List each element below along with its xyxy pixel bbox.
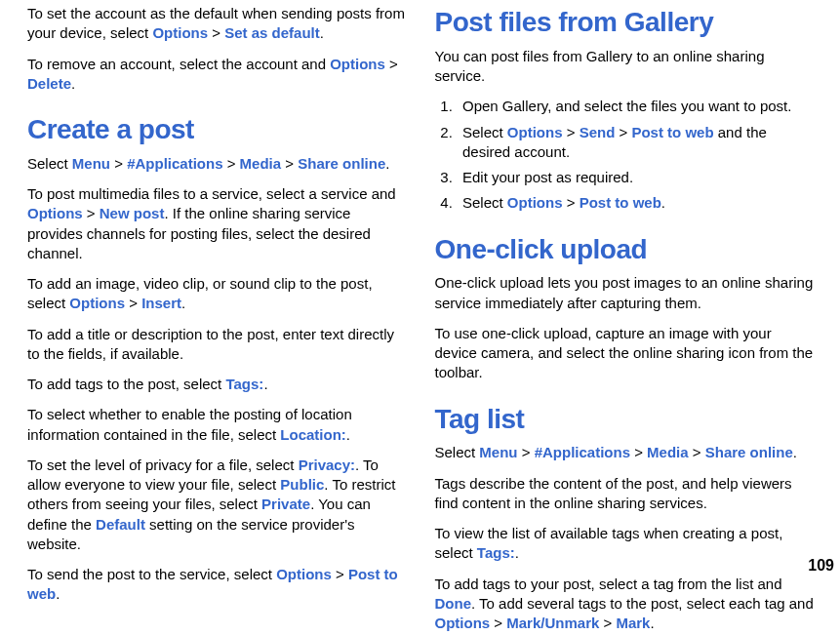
text: To add tags to the post, select: [27, 376, 225, 392]
keyword-public: Public: [280, 476, 324, 493]
text: .: [650, 615, 654, 631]
keyword-privacy: Privacy:: [299, 456, 355, 473]
text: . To add several tags to the post, selec…: [471, 595, 814, 612]
sep: >: [332, 566, 348, 582]
list-item: Open Gallery, and select the files you w…: [457, 97, 817, 116]
keyword-options: Options: [27, 205, 83, 221]
keyword-tags: Tags:: [477, 544, 515, 561]
keyword-tags: Tags:: [225, 376, 263, 392]
sep: >: [281, 155, 298, 172]
keyword-insert: Insert: [141, 295, 181, 311]
text: Select: [462, 124, 507, 140]
para-one-click-intro: One-click upload lets you post images to…: [435, 273, 818, 313]
sep: >: [518, 444, 535, 460]
sep: >: [125, 295, 141, 311]
heading-tag-list: Tag list: [435, 401, 818, 438]
text: .: [320, 24, 324, 41]
para-send-post: To send the post to the service, select …: [27, 565, 410, 605]
sep: >: [563, 194, 580, 211]
para-remove-account: To remove an account, select the account…: [27, 55, 410, 95]
text: Select: [462, 194, 507, 211]
para-add-media: To add an image, video clip, or sound cl…: [27, 274, 410, 314]
page-number: 109: [808, 555, 834, 576]
text: .: [181, 295, 185, 311]
para-add-title: To add a title or description to the pos…: [27, 325, 410, 365]
para-tags-describe: Tags describe the content of the post, a…: [435, 474, 818, 514]
para-add-tags: To add tags to the post, select Tags:.: [27, 375, 410, 394]
text: To set the level of privacy for a file, …: [27, 456, 299, 473]
text: .: [661, 194, 665, 211]
list-item: Select Options > Post to web.: [457, 193, 817, 213]
para-gallery-intro: You can post files from Gallery to an on…: [435, 47, 818, 87]
keyword-share-online: Share online: [298, 155, 385, 172]
keyword-options: Options: [435, 615, 491, 631]
keyword-media: Media: [647, 444, 689, 460]
keyword-options: Options: [69, 295, 125, 311]
keyword-mark-unmark: Mark/Unmark: [506, 615, 599, 631]
heading-post-from-gallery: Post files from Gallery: [435, 4, 818, 41]
keyword-new-post: New post: [100, 205, 165, 221]
sep: >: [615, 124, 631, 140]
text: .: [515, 544, 519, 561]
gallery-steps: Open Gallery, and select the files you w…: [435, 97, 818, 213]
text: .: [385, 155, 389, 172]
keyword-post-to-web: Post to web: [631, 124, 713, 140]
text: .: [263, 376, 267, 392]
left-column: To set the account as the default when s…: [27, 4, 410, 631]
keyword-options: Options: [276, 566, 332, 582]
heading-create-a-post: Create a post: [27, 111, 410, 148]
keyword-menu: Menu: [72, 155, 110, 172]
right-column: Post files from Gallery You can post fil…: [435, 4, 818, 631]
keyword-send: Send: [580, 124, 616, 140]
sep: >: [599, 615, 616, 631]
keyword-applications: #Applications: [127, 155, 222, 172]
keyword-media: Media: [240, 155, 282, 172]
sep: >: [630, 444, 647, 460]
keyword-post-to-web: Post to web: [580, 194, 661, 211]
text: .: [56, 585, 60, 602]
keyword-options: Options: [152, 24, 208, 41]
keyword-location: Location:: [280, 426, 346, 443]
page-columns: To set the account as the default when s…: [27, 4, 817, 631]
text: Select: [435, 444, 480, 460]
keyword-set-as-default: Set as default: [224, 24, 320, 41]
list-item: Edit your post as required.: [457, 168, 817, 187]
text: .: [71, 75, 75, 92]
list-item: Select Options > Send > Post to web and …: [457, 123, 817, 163]
sep: >: [208, 24, 224, 41]
keyword-applications: #Applications: [535, 444, 630, 460]
sep: >: [110, 155, 127, 172]
para-post-multimedia: To post multimedia files to a service, s…: [27, 184, 410, 263]
sep: >: [689, 444, 705, 460]
para-set-default: To set the account as the default when s…: [27, 4, 410, 44]
text: To remove an account, select the account…: [27, 56, 330, 72]
keyword-share-online: Share online: [705, 444, 793, 460]
keyword-delete: Delete: [27, 75, 71, 92]
keyword-menu: Menu: [479, 444, 517, 460]
keyword-options: Options: [330, 56, 385, 72]
para-location: To select whether to enable the posting …: [27, 405, 410, 445]
para-view-tags: To view the list of available tags when …: [435, 524, 818, 564]
para-create-path: Select Menu > #Applications > Media > Sh…: [27, 154, 410, 174]
sep: >: [83, 205, 100, 221]
keyword-private: Private: [261, 496, 310, 512]
heading-one-click-upload: One-click upload: [435, 231, 818, 268]
para-privacy: To set the level of privacy for a file, …: [27, 456, 410, 554]
text: .: [793, 444, 797, 460]
sep: >: [563, 124, 580, 140]
keyword-done: Done: [435, 595, 472, 612]
text: Select: [27, 155, 72, 172]
keyword-default: Default: [96, 516, 145, 533]
text: To post multimedia files to a service, s…: [27, 185, 396, 202]
keyword-mark: Mark: [616, 615, 650, 631]
para-add-tags: To add tags to your post, select a tag f…: [435, 575, 818, 634]
sep: >: [490, 615, 506, 631]
sep: >: [385, 56, 398, 72]
text: To send the post to the service, select: [27, 566, 276, 582]
text: To add tags to your post, select a tag f…: [435, 575, 782, 592]
keyword-options: Options: [507, 124, 563, 140]
para-taglist-path: Select Menu > #Applications > Media > Sh…: [435, 443, 818, 462]
text: .: [346, 426, 350, 443]
keyword-options: Options: [507, 194, 563, 211]
sep: >: [223, 155, 240, 172]
